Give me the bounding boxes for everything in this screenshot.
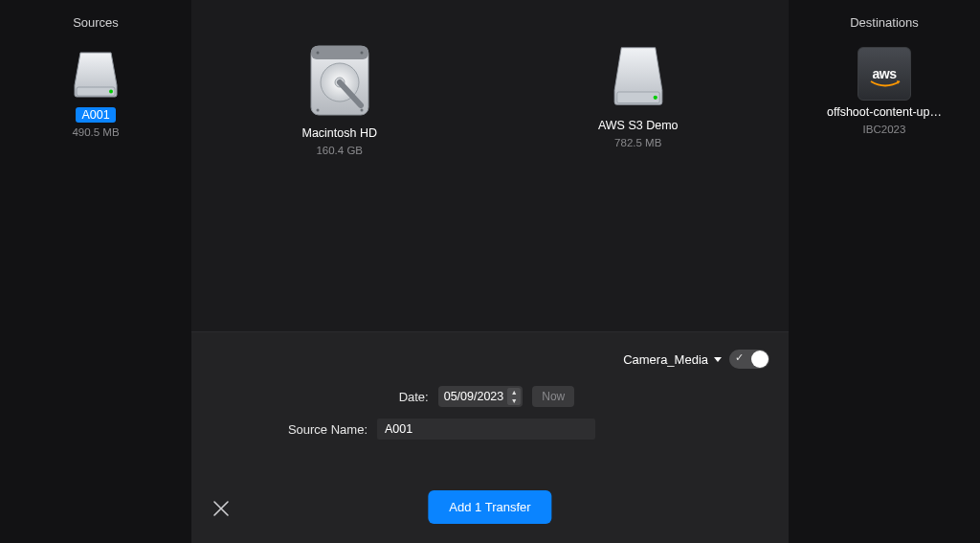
svg-rect-10 <box>616 92 658 103</box>
date-row: Date: 05/09/2023 ▲ ▼ Now <box>253 386 728 407</box>
close-icon <box>212 500 230 517</box>
source-drive-label: A001 <box>76 107 115 123</box>
svg-rect-3 <box>311 46 368 59</box>
destination-drive-sub: IBC2023 <box>863 124 906 135</box>
destinations-header: Destinations <box>789 10 980 47</box>
svg-point-1 <box>109 90 113 94</box>
hdd-removable-icon <box>608 42 669 114</box>
hdd-removable-icon <box>69 47 122 103</box>
chevron-down-icon <box>714 357 722 362</box>
add-transfer-button[interactable]: Add 1 Transfer <box>428 490 551 524</box>
date-stepper[interactable]: ▲ ▼ <box>507 388 521 405</box>
destinations-panel: Destinations aws offshoot-content-up… IB… <box>789 0 980 543</box>
destination-drive[interactable]: aws offshoot-content-up… IBC2023 <box>789 47 980 135</box>
preset-toggle[interactable]: ✓ <box>729 350 769 369</box>
drive-label: Macintosh HD <box>296 125 383 141</box>
center-drive-aws-s3-demo[interactable]: AWS S3 Demo 782.5 MB <box>592 42 684 148</box>
stepper-up-icon[interactable]: ▲ <box>507 388 521 396</box>
preset-name: Camera_Media <box>623 352 708 367</box>
preset-bar: Camera_Media ✓ <box>623 350 769 369</box>
drive-size: 160.4 GB <box>316 145 363 156</box>
source-drive[interactable]: A001 490.5 MB <box>0 47 191 138</box>
now-button[interactable]: Now <box>532 386 574 407</box>
hdd-internal-icon <box>305 42 374 122</box>
form-area: Date: 05/09/2023 ▲ ▼ Now Source Name: <box>191 386 789 440</box>
source-name-row: Source Name: <box>191 419 789 440</box>
date-label: Date: <box>253 390 429 404</box>
center-drive-macintosh-hd[interactable]: Macintosh HD 160.4 GB <box>296 42 383 156</box>
aws-logo-text: aws <box>873 66 897 81</box>
svg-point-9 <box>360 52 363 55</box>
toggle-knob <box>751 351 768 368</box>
drive-label: AWS S3 Demo <box>592 118 684 133</box>
sources-panel: Sources A001 490.5 MB <box>0 0 191 543</box>
aws-smile-icon <box>870 80 901 88</box>
svg-point-11 <box>653 96 657 100</box>
date-value: 05/09/2023 <box>444 390 504 403</box>
aws-icon: aws <box>858 47 911 101</box>
source-name-input[interactable] <box>377 419 595 440</box>
destination-drive-label: offshoot-content-up… <box>821 104 947 120</box>
check-icon: ✓ <box>735 351 744 364</box>
svg-point-7 <box>360 109 363 112</box>
center-drive-grid: Macintosh HD 160.4 GB AWS S3 Demo 782.5 … <box>191 0 789 332</box>
close-button[interactable] <box>212 500 230 520</box>
sources-header: Sources <box>0 10 191 47</box>
date-field[interactable]: 05/09/2023 ▲ ▼ <box>438 386 523 407</box>
svg-point-6 <box>316 109 319 112</box>
transfer-form-panel: Camera_Media ✓ Date: 05/09/2023 ▲ ▼ Now <box>191 332 789 543</box>
drive-size: 782.5 MB <box>614 137 661 148</box>
source-drive-size: 490.5 MB <box>72 126 119 138</box>
center-area: Macintosh HD 160.4 GB AWS S3 Demo 782.5 … <box>191 0 789 543</box>
source-name-label: Source Name: <box>191 422 368 437</box>
preset-dropdown[interactable]: Camera_Media <box>623 352 722 367</box>
svg-point-8 <box>316 52 319 55</box>
stepper-down-icon[interactable]: ▼ <box>507 396 521 405</box>
